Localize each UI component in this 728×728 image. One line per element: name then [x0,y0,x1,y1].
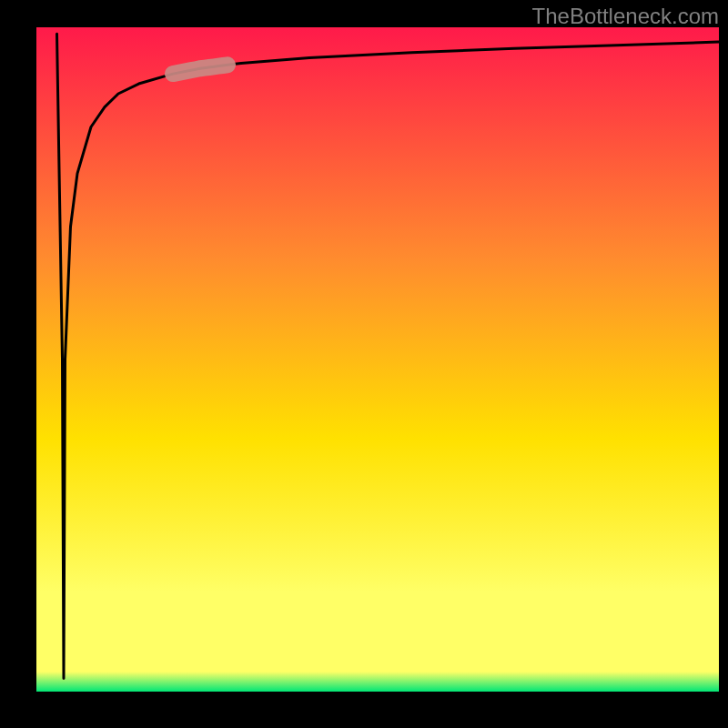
plot-area [36,27,719,692]
attribution-label: TheBottleneck.com [532,4,719,29]
highlight-segment [173,65,228,74]
chart-container: TheBottleneck.com [0,0,728,728]
bottleneck-chart [0,0,728,728]
